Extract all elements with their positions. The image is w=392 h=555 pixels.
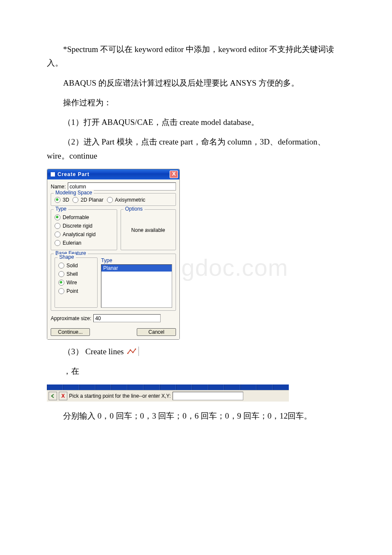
app-icon bbox=[51, 172, 55, 176]
radio-icon bbox=[55, 240, 61, 246]
create-part-dialog: Create Part X Name: Modeling Space 3D 2D… bbox=[47, 169, 180, 340]
none-available-label: None available bbox=[131, 227, 165, 233]
options-legend: Options bbox=[124, 206, 144, 212]
radio-2d-planar[interactable]: 2D Planar bbox=[72, 197, 103, 203]
paragraph-6: （3） Create lines bbox=[47, 345, 345, 358]
name-label: Name: bbox=[51, 184, 66, 190]
paragraph-2: ABAQUS 的反应谱法计算过程以及后处理要比 ANSYS 方便的多。 bbox=[47, 76, 345, 90]
radio-icon bbox=[58, 271, 64, 277]
paragraph-4: （1）打开 ABAQUS/CAE，点击 create model databas… bbox=[47, 116, 345, 129]
radio-icon bbox=[55, 197, 61, 203]
radio-icon bbox=[55, 223, 61, 229]
prompt-text: Pick a starting point for the line--or e… bbox=[69, 393, 171, 399]
approx-size-input[interactable] bbox=[93, 314, 161, 322]
radio-icon bbox=[55, 214, 61, 220]
feature-type-selected[interactable]: Planar bbox=[101, 265, 172, 272]
radio-label: Solid bbox=[66, 263, 78, 269]
radio-analytical-rigid[interactable]: Analytical rigid bbox=[55, 230, 113, 239]
arrow-left-icon bbox=[50, 393, 55, 399]
radio-label: Wire bbox=[66, 280, 77, 286]
radio-solid[interactable]: Solid bbox=[58, 261, 94, 270]
type-legend: Type bbox=[54, 206, 68, 212]
svg-point-0 bbox=[127, 353, 129, 354]
radio-axisymmetric[interactable]: Axisymmetric bbox=[107, 197, 145, 203]
paragraph-6-text: （3） Create lines bbox=[63, 347, 126, 356]
menubar-strip bbox=[47, 384, 289, 390]
radio-label: Shell bbox=[66, 271, 78, 277]
radio-icon bbox=[107, 197, 113, 203]
radio-icon bbox=[58, 288, 64, 294]
prompt-bar-screenshot: X Pick a starting point for the line--or… bbox=[47, 384, 289, 402]
svg-point-2 bbox=[133, 352, 134, 353]
radio-label: Axisymmetric bbox=[115, 197, 145, 203]
paragraph-5: （2）进入 Part 模块，点击 create part，命名为 column，… bbox=[47, 135, 345, 163]
approx-size-label: Approximate size: bbox=[51, 315, 91, 321]
feature-type-legend: Type bbox=[101, 257, 172, 263]
radio-icon bbox=[72, 197, 78, 203]
modeling-space-group: Modeling Space 3D 2D Planar Axisymmetric bbox=[51, 193, 176, 206]
radio-3d[interactable]: 3D bbox=[55, 197, 69, 203]
continue-button[interactable]: Continue... bbox=[51, 328, 90, 336]
type-group: Type Deformable Discrete rigid Analytica… bbox=[51, 209, 117, 250]
radio-discrete-rigid[interactable]: Discrete rigid bbox=[55, 222, 113, 230]
dialog-titlebar[interactable]: Create Part X bbox=[47, 169, 179, 179]
radio-label: Discrete rigid bbox=[63, 223, 92, 229]
radio-wire[interactable]: Wire bbox=[58, 278, 94, 287]
cancel-x-button[interactable]: X bbox=[59, 392, 67, 400]
close-icon[interactable]: X bbox=[170, 171, 178, 178]
modeling-space-legend: Modeling Space bbox=[54, 190, 94, 196]
options-group: Options None available bbox=[121, 209, 176, 250]
feature-type-list[interactable]: Planar bbox=[101, 264, 172, 308]
paragraph-3: 操作过程为： bbox=[47, 96, 345, 110]
paragraph-1: *Spectrum 不可以在 keyword editor 中添加，keywor… bbox=[47, 43, 345, 70]
radio-shell[interactable]: Shell bbox=[58, 270, 94, 278]
base-feature-group: Base Feature Shape Solid Shell Wire Poin… bbox=[51, 254, 176, 311]
radio-label: Deformable bbox=[63, 214, 89, 220]
create-lines-icon bbox=[126, 347, 139, 356]
paragraph-7: ，在 bbox=[47, 364, 345, 378]
radio-point[interactable]: Point bbox=[58, 287, 94, 295]
dialog-title: Create Part bbox=[58, 171, 170, 177]
back-arrow-button[interactable] bbox=[49, 392, 57, 400]
radio-label: Point bbox=[66, 288, 78, 294]
cancel-button[interactable]: Cancel bbox=[137, 328, 176, 336]
shape-legend: Shape bbox=[58, 254, 76, 260]
radio-eulerian[interactable]: Eulerian bbox=[55, 239, 113, 247]
radio-label: 2D Planar bbox=[81, 197, 103, 203]
svg-point-1 bbox=[130, 350, 131, 351]
shape-group: Shape Solid Shell Wire Point bbox=[55, 257, 98, 308]
radio-label: Analytical rigid bbox=[63, 231, 95, 237]
paragraph-8: 分别输入 0，0 回车；0，3 回车；0，6 回车；0，9 回车；0，12回车。 bbox=[47, 409, 345, 423]
xy-input[interactable] bbox=[173, 392, 243, 400]
radio-label: 3D bbox=[63, 197, 69, 203]
svg-point-3 bbox=[135, 349, 136, 350]
radio-deformable[interactable]: Deformable bbox=[55, 213, 113, 222]
radio-icon bbox=[55, 231, 61, 237]
radio-icon bbox=[58, 280, 64, 286]
radio-icon bbox=[58, 263, 64, 269]
radio-label: Eulerian bbox=[63, 240, 81, 246]
